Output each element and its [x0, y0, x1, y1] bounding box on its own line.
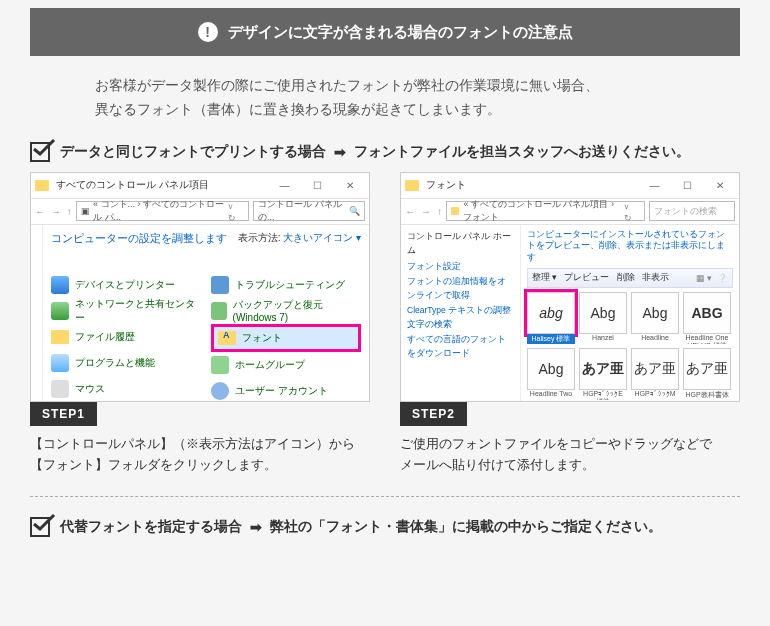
divider: [30, 496, 740, 497]
cp-item-label: マウス: [75, 382, 105, 396]
font-tile[interactable]: あア亜: [631, 348, 679, 390]
view-label: 表示方法:: [238, 232, 281, 243]
font-tile[interactable]: Abg: [631, 292, 679, 334]
nav-up-icon[interactable]: ↑: [67, 206, 72, 217]
cp-item-label: デバイスとプリンター: [75, 278, 175, 292]
window-titlebar: フォント — ☐ ✕: [401, 173, 739, 199]
sidebar-link[interactable]: フォント設定: [407, 259, 514, 273]
arrow-icon: ➡: [334, 144, 346, 160]
intro-text: お客様がデータ製作の際にご使用されたフォントが弊社の作業環境に無い場合、 異なる…: [95, 74, 740, 122]
font-label: Headline Two: [527, 390, 575, 400]
cp-item-label: トラブルシューティング: [235, 278, 345, 292]
path-box[interactable]: « すべてのコントロール パネル項目 › フォント ｖ ↻: [446, 201, 645, 221]
cp-item-label: ユーザー アカウント: [235, 384, 328, 398]
toolbar-hide[interactable]: 非表示: [642, 272, 669, 282]
font-label: Headline: [631, 334, 679, 344]
window-title: フォント: [426, 179, 466, 190]
step1-desc: 【コントロールパネル】（※表示方法はアイコン）から 【フォント】フォルダをクリッ…: [30, 434, 370, 477]
section2-heading: 代替フォントを指定する場合 ➡ 弊社の「フォント・書体集」に掲載の中からご指定く…: [30, 517, 740, 537]
warning-banner: ! デザインに文字が含まれる場合のフォントの注意点: [30, 8, 740, 56]
font-tile[interactable]: Abg: [527, 348, 575, 390]
cp-item[interactable]: プログラムと機能: [51, 350, 201, 376]
sidebar-link[interactable]: フォントの追加情報をオンラインで取得: [407, 274, 514, 303]
maximize-icon[interactable]: ☐: [672, 180, 702, 191]
toolbar-delete[interactable]: 削除: [617, 272, 635, 282]
section1-heading: データと同じフォントでプリントする場合 ➡ フォントファイルを担当スタッフへお送…: [30, 142, 740, 162]
cp-item[interactable]: ユーザー アカウント: [211, 378, 361, 402]
path-text: « すべてのコントロール パネル項目 › フォント: [463, 198, 621, 224]
exclamation-icon: !: [198, 22, 218, 42]
sidebar-link[interactable]: 文字の検索: [407, 317, 514, 331]
search-box[interactable]: コントロール パネルの... 🔍: [253, 201, 365, 221]
font-tile[interactable]: ABG: [683, 292, 731, 334]
view-value[interactable]: 大きいアイコン ▾: [283, 232, 361, 243]
home-icon: [211, 356, 229, 374]
font-label: Headline One HPLHS 標準: [683, 334, 731, 344]
user-icon: [211, 382, 229, 400]
font-icon: [218, 331, 236, 345]
minimize-icon[interactable]: —: [269, 180, 299, 191]
banner-text: デザインに文字が含まれる場合のフォントの注意点: [228, 23, 573, 42]
backup-icon: [211, 302, 227, 320]
nav-back-icon[interactable]: ←: [405, 206, 415, 217]
cp-item-label: ファイル履歴: [75, 330, 135, 344]
toolbar-organize[interactable]: 整理 ▾: [532, 272, 557, 282]
folder-icon: [35, 180, 49, 191]
step2-screenshot: フォント — ☐ ✕ ←→↑ « すべてのコントロール パネル項目 › フォント…: [400, 172, 740, 402]
cp-item[interactable]: デバイスとプリンター: [51, 272, 201, 298]
filehist-icon: [51, 330, 69, 344]
window-controls[interactable]: — ☐ ✕: [639, 180, 735, 191]
sidebar-link[interactable]: すべての言語のフォントをダウンロード: [407, 332, 514, 361]
cp-item[interactable]: ファイル履歴: [51, 324, 201, 350]
section2-title-a: 代替フォントを指定する場合: [60, 518, 242, 536]
cp-item-label: プログラムと機能: [75, 356, 155, 370]
cp-item-fonts-highlighted[interactable]: フォント: [211, 324, 361, 352]
window-controls[interactable]: — ☐ ✕: [269, 180, 365, 191]
folder-icon: [405, 180, 419, 191]
path-box[interactable]: ▣ « コント... › すべてのコントロール パ... ｖ ↻: [76, 201, 249, 221]
maximize-icon[interactable]: ☐: [302, 180, 332, 191]
font-tile[interactable]: abg: [527, 292, 575, 334]
cp-item[interactable]: バックアップと復元 (Windows 7): [211, 298, 361, 324]
trouble-icon: [211, 276, 229, 294]
checkmark-icon: [30, 142, 50, 162]
font-label: Halisey 標準: [527, 334, 575, 344]
font-tile[interactable]: Abg: [579, 292, 627, 334]
fonts-desc: コンピューターにインストールされているフォントをプレビュー、削除、表示または非表…: [527, 229, 733, 265]
close-icon[interactable]: ✕: [705, 180, 735, 191]
font-label: Hanzel: [579, 334, 627, 344]
minimize-icon[interactable]: —: [639, 180, 669, 191]
prog-icon: [51, 354, 69, 372]
window-title: すべてのコントロール パネル項目: [56, 179, 209, 190]
font-label: HGPｺﾞｼｯｸM: [631, 390, 679, 400]
nav-fwd-icon[interactable]: →: [51, 206, 61, 217]
arrow-icon: ➡: [250, 519, 262, 535]
search-box[interactable]: フォントの検索: [649, 201, 735, 221]
sidebar-link[interactable]: ClearType テキストの調整: [407, 303, 514, 317]
font-tile[interactable]: あア亜: [579, 348, 627, 390]
cp-item-label: バックアップと復元 (Windows 7): [233, 298, 361, 323]
cp-item[interactable]: ホームグループ: [211, 352, 361, 378]
cp-item-label: ネットワークと共有センター: [75, 297, 201, 325]
device-icon: [51, 276, 69, 294]
view-mode[interactable]: 表示方法: 大きいアイコン ▾: [238, 231, 361, 245]
nav-up-icon[interactable]: ↑: [437, 206, 442, 217]
net-icon: [51, 302, 69, 320]
window-titlebar: すべてのコントロール パネル項目 — ☐ ✕: [31, 173, 369, 199]
close-icon[interactable]: ✕: [335, 180, 365, 191]
section2-title-b: 弊社の「フォント・書体集」に掲載の中からご指定ください。: [270, 518, 662, 536]
step1-column: すべてのコントロール パネル項目 — ☐ ✕ ←→↑ ▣ « コント... › …: [30, 172, 370, 477]
section1-title-b: フォントファイルを担当スタッフへお送りください。: [354, 143, 690, 161]
toolbar-preview[interactable]: プレビュー: [564, 272, 609, 282]
cp-item[interactable]: マウス: [51, 376, 201, 402]
cp-item-label: フォント: [242, 331, 282, 345]
nav-back-icon[interactable]: ←: [35, 206, 45, 217]
step1-screenshot: すべてのコントロール パネル項目 — ☐ ✕ ←→↑ ▣ « コント... › …: [30, 172, 370, 402]
nav-fwd-icon[interactable]: →: [421, 206, 431, 217]
step1-badge: STEP1: [30, 402, 97, 426]
step2-badge: STEP2: [400, 402, 467, 426]
sidebar-header[interactable]: コントロール パネル ホーム: [407, 229, 514, 258]
font-tile[interactable]: あア亜: [683, 348, 731, 390]
cp-item[interactable]: ネットワークと共有センター: [51, 298, 201, 324]
cp-item[interactable]: トラブルシューティング: [211, 272, 361, 298]
